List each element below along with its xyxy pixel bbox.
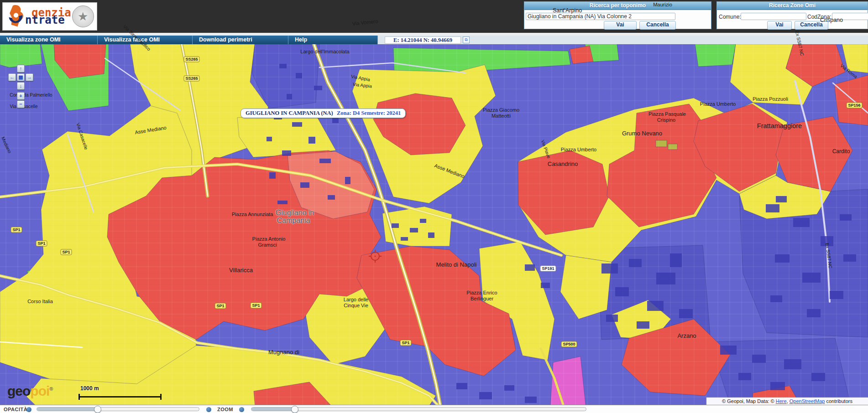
codzona-label: CodZona: [807, 14, 831, 20]
open-window-icon[interactable]: ⧉ [463, 36, 470, 43]
openstreetmap-link[interactable]: OpenStreetMap [790, 398, 825, 404]
map-container [0, 44, 868, 413]
menu-item-visualizza-zone-omi[interactable]: Visualizza zone OMI [0, 36, 98, 44]
opacity-label: OPACITÀ [4, 407, 27, 412]
registered-mark-icon: ® [49, 386, 53, 392]
agenzia-entrate-wordmark: genzia ntrate [25, 8, 71, 25]
omi-zone-map[interactable] [0, 44, 868, 413]
attribution-suffix: contributors [825, 398, 852, 404]
codzona-input[interactable] [832, 13, 868, 20]
geopoi-word-geo: geo [7, 383, 30, 398]
zoom-minus-icon[interactable] [239, 407, 244, 412]
zone-omi-panel-title: Ricerca Zone Omi [717, 2, 868, 10]
map-attribution: © Geopoi, Map Data: © Here, OpenStreetMa… [706, 398, 868, 405]
opacity-minus-icon[interactable] [26, 407, 31, 412]
zoom-out-button[interactable]: − [17, 100, 25, 108]
here-link[interactable]: Here [776, 398, 787, 404]
menu-item-visualizza-fasce-omi[interactable]: Visualizza fasce OMI [98, 36, 193, 44]
zone-tooltip-zone: Zona: D4 Semestre: 20241 [337, 110, 401, 116]
agenzia-entrate-logo[interactable]: genzia ntrate ★ [2, 2, 97, 31]
app-header: genzia ntrate ★ Ricerca per toponimo Vai… [0, 0, 868, 33]
zone-tooltip-city: GIUGLIANO IN CAMPANIA (NA) [246, 110, 333, 116]
toponimo-go-button[interactable]: Vai [604, 21, 637, 30]
search-zone-omi-panel: Ricerca Zone Omi Comune: CodZona: Vai Ca… [716, 1, 868, 29]
menu-bar: Visualizza zone OMIVisualizza fasce OMID… [0, 36, 868, 44]
pan-up-button[interactable]: ↑ [17, 65, 25, 72]
agenzia-entrate-logo-icon [4, 5, 28, 28]
geopoi-word-poi: poi [30, 383, 49, 398]
menu-item-help[interactable]: Help [288, 36, 378, 44]
scale-bar-label: 1000 m [80, 385, 99, 392]
bottom-toolbar: OPACITÀ ZOOM [0, 405, 868, 413]
logo-word-ntrate: ntrate [25, 15, 71, 25]
toponimo-panel-title: Ricerca per toponimo [524, 2, 711, 10]
toponimo-search-input[interactable] [526, 13, 675, 20]
opacity-slider[interactable] [37, 407, 199, 411]
geopoi-watermark: geopoi® [7, 383, 53, 399]
coordinates-readout: E: 14.21044 N: 40.94669 [385, 36, 461, 44]
pan-left-button[interactable]: ← [8, 73, 16, 81]
pan-right-button[interactable]: → [26, 73, 33, 81]
comune-label: Comune: [719, 14, 741, 20]
opacity-plus-icon[interactable] [206, 407, 211, 412]
toponimo-cancel-button[interactable]: Cancella [639, 21, 676, 30]
comune-input[interactable] [741, 13, 806, 20]
zoom-in-button[interactable]: + [17, 92, 25, 100]
opacity-slider-thumb[interactable] [94, 406, 101, 413]
attribution-text: © Geopoi, Map Data: © [722, 398, 776, 404]
menu-items: Visualizza zone OMIVisualizza fasce OMID… [0, 36, 378, 44]
zone-omi-cancel-button[interactable]: Cancella [795, 21, 828, 30]
italy-emblem-icon: ★ [72, 5, 94, 27]
zone-info-tooltip: GIUGLIANO IN CAMPANIA (NA) Zona: D4 Seme… [241, 108, 406, 118]
scale-bar [78, 394, 162, 400]
pan-center-button[interactable]: ▦ [17, 73, 25, 81]
zone-omi-go-button[interactable]: Vai [767, 21, 792, 30]
zoom-slider-thumb[interactable] [291, 406, 298, 413]
zoom-label: ZOOM [217, 407, 233, 412]
pan-down-button[interactable]: ↓ [17, 82, 25, 90]
geopoi-omi-page: genzia ntrate ★ Ricerca per toponimo Vai… [0, 0, 868, 413]
menu-item-download-perimetri[interactable]: Download perimetri [193, 36, 288, 44]
search-toponimo-panel: Ricerca per toponimo Vai Cancella [524, 1, 711, 29]
zoom-slider[interactable] [251, 407, 586, 411]
